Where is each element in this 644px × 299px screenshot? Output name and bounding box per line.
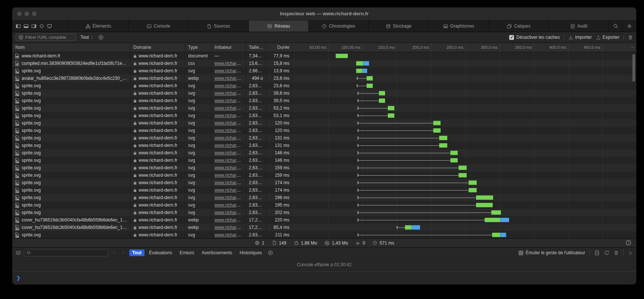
chevron-up-icon[interactable] — [630, 45, 634, 49]
network-row[interactable]: sprite.svgwww.richard-dern.frsvgwww.rich… — [12, 134, 636, 142]
network-row[interactable]: sprite.svgwww.richard-dern.frsvgwww.rich… — [12, 89, 636, 97]
network-row[interactable]: sprite.svgwww.richard-dern.frsvgwww.rich… — [12, 104, 636, 112]
console-scope-historiques[interactable]: Historiques — [237, 249, 265, 256]
initiator-link[interactable]: www.richard-d… — [215, 173, 246, 178]
network-filter-options-icon[interactable] — [98, 35, 104, 40]
column-header-type[interactable]: Type — [185, 43, 212, 52]
tab-graphics[interactable]: Graphismes — [428, 21, 488, 32]
resource-type-popup[interactable]: Tout — [80, 35, 94, 40]
network-row[interactable]: sprite.svgwww.richard-dern.frsvgwww.rich… — [12, 97, 636, 104]
console-filter-options-icon[interactable] — [268, 250, 273, 255]
expand-console-icon[interactable] — [628, 251, 633, 255]
initiator-link[interactable]: www.richard-d… — [215, 61, 246, 66]
console-mode-picker-icon[interactable] — [16, 250, 21, 255]
initiator-link[interactable]: www.richard-d… — [215, 202, 246, 208]
dock-left-icon[interactable] — [16, 23, 21, 29]
initiator-link[interactable]: www.richard-d… — [215, 128, 246, 133]
column-header-name[interactable]: Nom — [12, 43, 130, 52]
network-row[interactable]: sprite.svgwww.richard-dern.frsvgwww.rich… — [12, 209, 636, 216]
initiator-link[interactable]: www.richard-d… — [215, 158, 246, 163]
device-icon[interactable] — [47, 23, 52, 29]
initiator-link[interactable]: www.richard-d… — [215, 143, 246, 148]
network-row[interactable]: sprite.svgwww.richard-dern.frsvgwww.rich… — [12, 149, 636, 157]
network-row[interactable]: #compiled.min.38390909f303624ed9e1cf1bd3… — [12, 60, 636, 67]
initiator-link[interactable]: www.richard-d… — [215, 135, 246, 141]
initiator-link[interactable]: www.richard-d… — [215, 120, 246, 126]
element-picker-icon[interactable] — [39, 23, 44, 29]
next-result-button[interactable] — [120, 249, 126, 256]
initiator-link[interactable]: www.richard-d… — [215, 180, 246, 185]
search-button[interactable] — [609, 21, 622, 32]
console-scope-erreurs[interactable]: Erreurs — [177, 249, 197, 256]
initiator-link[interactable]: www.richard-d… — [215, 232, 246, 237]
initiator-link[interactable]: www.richard-d… — [215, 106, 246, 111]
import-button[interactable]: Importer — [568, 35, 592, 40]
tab-audit[interactable]: Audit — [549, 21, 609, 32]
initiator-link[interactable]: www.richard-d… — [215, 195, 246, 200]
console-scope-tout[interactable]: Tout — [129, 249, 145, 256]
traffic-lights[interactable] — [17, 12, 37, 16]
initiator-link[interactable]: www.richard-d… — [215, 217, 246, 223]
network-row[interactable]: sprite.svgwww.richard-dern.frsvgwww.rich… — [12, 119, 636, 127]
network-row[interactable]: sprite.svgwww.richard-dern.frsvgwww.rich… — [12, 82, 636, 89]
export-button[interactable]: Exporter — [596, 35, 619, 40]
network-row[interactable]: sprite.svgwww.richard-dern.frsvgwww.rich… — [12, 142, 636, 149]
script-source-icon[interactable]: JS — [594, 250, 600, 255]
dock-bottom-icon[interactable] — [23, 23, 29, 29]
clear-console-icon[interactable] — [614, 251, 619, 255]
network-row[interactable]: sprite.svgwww.richard-dern.frsvgwww.rich… — [12, 67, 636, 75]
network-row[interactable]: </>www.richard-dern.frwww.richard-dern.f… — [12, 52, 636, 60]
network-row[interactable]: sprite.svgwww.richard-dern.frsvgwww.rich… — [12, 157, 636, 164]
clear-network-items-icon[interactable] — [628, 35, 633, 40]
emulate-user-gesture-checkbox[interactable]: Émuler le geste de l'utilisateur — [518, 250, 585, 255]
network-row[interactable]: sprite.svgwww.richard-dern.frsvgwww.rich… — [12, 179, 636, 186]
url-filter-input[interactable]: Filtrer l'URL complète — [16, 34, 76, 41]
network-row[interactable]: avatar_hu85ecc3e298728880b0bde2dcc4e5c23… — [12, 75, 636, 82]
vertical-scrollbar[interactable] — [632, 54, 635, 82]
network-row[interactable]: cover_hu736519dc3b5040cfa48b6b559b6de6ec… — [12, 216, 636, 224]
network-row[interactable]: sprite.svgwww.richard-dern.frsvgwww.rich… — [12, 171, 636, 179]
network-row[interactable]: cover_hu736519dc3b5040cfa48b6b559b6de6ec… — [12, 224, 636, 231]
column-header-size[interactable]: Taille… — [246, 43, 266, 52]
previous-result-button[interactable] — [111, 249, 117, 256]
initiator-link[interactable]: www.richard-d… — [215, 76, 246, 81]
initiator-link[interactable]: www.richard-d… — [215, 91, 246, 96]
reload-icon[interactable] — [604, 250, 609, 255]
column-header-initiator[interactable]: Initiateur — [212, 43, 246, 52]
tab-layers[interactable]: Calques — [489, 21, 549, 32]
network-row[interactable]: sprite.svgwww.richard-dern.frsvgwww.rich… — [12, 231, 636, 239]
initiator-link[interactable]: www.richard-d… — [215, 165, 246, 170]
disable-caches-checkbox[interactable]: ✓ Désactiver les caches — [509, 35, 560, 40]
help-icon[interactable]: ? — [625, 240, 631, 246]
initiator-link[interactable]: www.richard-d… — [215, 225, 246, 230]
tab-sources[interactable]: Sources — [188, 21, 248, 32]
initiator-link[interactable]: www.richard-d… — [215, 150, 246, 155]
titlebar[interactable]: Inspecteur web — www.richard-dern.fr — [12, 7, 636, 21]
console-scope-avertissements[interactable]: Avertissements — [199, 249, 235, 256]
initiator-link[interactable]: www.richard-d… — [215, 98, 246, 103]
close-window-button[interactable] — [17, 12, 22, 16]
network-row[interactable]: sprite.svgwww.richard-dern.frsvgwww.rich… — [12, 201, 636, 209]
tab-console[interactable]: Console — [128, 21, 188, 32]
column-header-duration[interactable]: Durée — [266, 43, 293, 52]
initiator-link[interactable]: www.richard-d… — [215, 68, 246, 73]
zoom-window-button[interactable] — [32, 12, 37, 16]
initiator-link[interactable]: www.richard-d… — [215, 83, 246, 88]
tab-elements[interactable]: Éléments — [68, 21, 128, 32]
tab-timelines[interactable]: Chronologies — [308, 21, 368, 32]
network-row[interactable]: sprite.svgwww.richard-dern.frsvgwww.rich… — [12, 194, 636, 201]
initiator-link[interactable]: www.richard-d… — [215, 210, 246, 215]
network-row[interactable]: sprite.svgwww.richard-dern.frsvgwww.rich… — [12, 186, 636, 194]
console-prompt-row[interactable]: ❯ — [12, 272, 636, 284]
tab-storage[interactable]: Stockage — [368, 21, 428, 32]
network-row[interactable]: sprite.svgwww.richard-dern.frsvgwww.rich… — [12, 164, 636, 171]
column-header-domain[interactable]: Domaine — [130, 43, 185, 52]
network-row[interactable]: sprite.svgwww.richard-dern.frsvgwww.rich… — [12, 112, 636, 119]
dock-right-icon[interactable] — [31, 23, 37, 29]
settings-button[interactable] — [622, 21, 636, 32]
console-scope-evaluations[interactable]: Évaluations — [146, 249, 175, 256]
console-search-input[interactable] — [24, 249, 108, 256]
initiator-link[interactable]: www.richard-d… — [215, 113, 246, 118]
minimize-window-button[interactable] — [25, 12, 29, 16]
network-row[interactable]: sprite.svgwww.richard-dern.frsvgwww.rich… — [12, 127, 636, 134]
